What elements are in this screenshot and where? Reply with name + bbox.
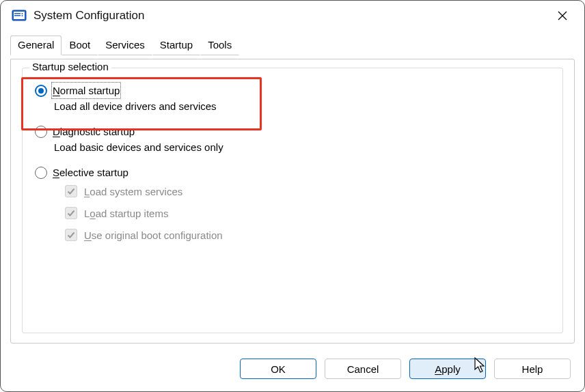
- system-configuration-window: System Configuration General Boot Servic…: [0, 0, 585, 392]
- apply-button[interactable]: Apply: [409, 359, 486, 379]
- titlebar: System Configuration: [1, 1, 584, 31]
- tab-panel-general: Startup selection Normal startup Load al…: [10, 59, 575, 344]
- tab-tools[interactable]: Tools: [200, 36, 239, 55]
- close-button[interactable]: [547, 2, 577, 29]
- startup-selection-group: Startup selection Normal startup Load al…: [22, 68, 563, 333]
- radio-selective-label[interactable]: Selective startup: [53, 165, 128, 180]
- tab-startup[interactable]: Startup: [152, 36, 200, 55]
- radio-selective-startup[interactable]: [35, 167, 47, 179]
- radio-diagnostic-desc: Load basic devices and services only: [54, 141, 550, 153]
- tab-strip: General Boot Services Startup Tools: [1, 31, 584, 55]
- msconfig-icon: [12, 8, 27, 23]
- tab-boot[interactable]: Boot: [62, 36, 98, 55]
- svg-point-4: [22, 13, 23, 14]
- checkmark-icon: [67, 187, 75, 195]
- dialog-buttons: OK Cancel Apply Help: [240, 359, 571, 379]
- ok-button[interactable]: OK: [240, 359, 316, 379]
- tab-general[interactable]: General: [10, 36, 62, 55]
- radio-normal-desc: Load all device drivers and services: [54, 100, 550, 112]
- check-load-startup-label: Load startup items: [84, 208, 168, 219]
- cancel-button[interactable]: Cancel: [325, 359, 401, 379]
- svg-rect-3: [14, 15, 21, 16]
- checkmark-icon: [67, 209, 75, 217]
- selective-options: Load system services Load startup items …: [65, 185, 550, 241]
- group-label: Startup selection: [29, 61, 111, 72]
- tab-services[interactable]: Services: [98, 36, 152, 55]
- radio-normal-label[interactable]: Normal startup: [53, 83, 120, 98]
- svg-rect-2: [14, 13, 21, 14]
- help-button[interactable]: Help: [494, 359, 571, 379]
- check-load-system-services: [65, 185, 77, 197]
- svg-point-5: [22, 15, 23, 16]
- window-title: System Configuration: [33, 9, 547, 23]
- radio-diagnostic-label[interactable]: Diagnostic startup: [53, 124, 135, 139]
- check-use-original-label: Use original boot configuration: [84, 229, 223, 241]
- startup-options: Normal startup Load all device drivers a…: [23, 68, 562, 257]
- checkmark-icon: [67, 231, 75, 239]
- check-load-system-label: Load system services: [84, 186, 182, 197]
- check-load-startup-items: [65, 207, 77, 219]
- close-icon: [558, 11, 567, 20]
- check-use-original-boot: [65, 229, 77, 241]
- radio-normal-startup[interactable]: [35, 85, 47, 97]
- radio-diagnostic-startup[interactable]: [35, 126, 47, 138]
